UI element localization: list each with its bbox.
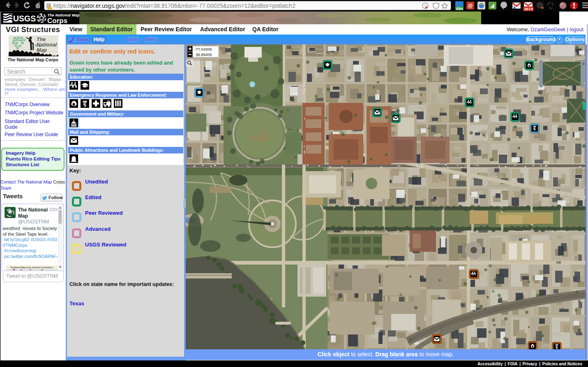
svg-text:USGS: USGS (13, 14, 36, 23)
svg-text:-77.04005: -77.04005 (194, 47, 212, 51)
svg-text:The National Map Corps Volunte: The National Map Corps Volunteer Contrib… (10, 267, 53, 269)
svg-text:The: The (37, 37, 46, 42)
svg-text:Corps: Corps (47, 17, 67, 24)
svg-text:2573: 2573 (524, 7, 533, 11)
svg-text:National: National (37, 42, 57, 48)
svg-text:Map: Map (37, 47, 47, 53)
svg-text:43m: 43m (456, 7, 463, 11)
svg-text:38.89405: 38.89405 (196, 52, 212, 57)
svg-text:@: @ (468, 3, 473, 9)
